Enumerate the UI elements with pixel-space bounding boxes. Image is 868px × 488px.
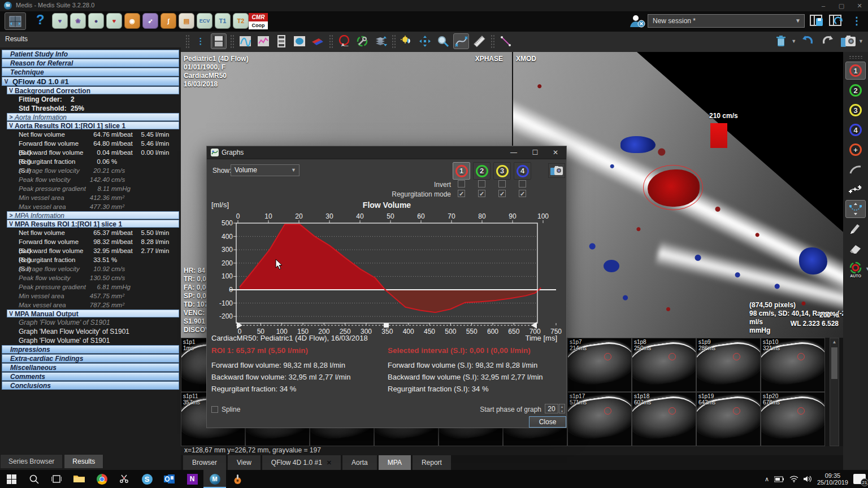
invert-checkbox-4[interactable] xyxy=(519,180,526,188)
expand-icon[interactable]: V xyxy=(7,220,15,227)
expand-icon[interactable]: V xyxy=(2,77,10,85)
sidebar-tab-series-browser[interactable]: Series Browser xyxy=(0,454,63,469)
brush-tool-icon[interactable] xyxy=(845,220,866,238)
graph-entry[interactable]: Graph 'Flow Volume' of S1901 xyxy=(0,318,181,327)
flow-volume-chart[interactable]: 5004003002001000-100-2000102030405060708… xyxy=(207,207,567,338)
graph-roi-button-4[interactable]: 4 xyxy=(514,162,531,180)
notifications-icon[interactable]: 21 xyxy=(853,474,866,484)
chevron-down-icon[interactable]: ▼ xyxy=(791,38,796,44)
results-section-qflow-4d-1-0-1[interactable]: VQFlow 4D 1.0 #1 xyxy=(2,77,179,86)
results-section-conclusions[interactable]: Conclusions xyxy=(2,381,179,390)
results-section-miscellaneous[interactable]: Miscellaneous xyxy=(2,363,179,372)
thumbnail-s1p17[interactable]: s1p17571ms xyxy=(567,392,632,446)
film-layout-icon[interactable] xyxy=(211,33,227,49)
dialog-maximize-button[interactable]: ☐ xyxy=(526,146,545,159)
results-subsection-mpa-results-roi-1-roi-1-slice-1[interactable]: VMPA Results ROI 1:[ROI 1] slice 1 xyxy=(7,220,179,228)
invert-checkbox-1[interactable] xyxy=(458,180,465,188)
ruler-icon[interactable] xyxy=(471,33,487,49)
graph-roi-button-2[interactable]: 2 xyxy=(473,162,491,180)
app-tile-3[interactable]: ● xyxy=(88,13,104,29)
toolbar-overflow-icon[interactable]: ⋮ xyxy=(849,14,865,28)
roi-button-1[interactable]: 1 xyxy=(845,62,866,80)
roi-button-3[interactable]: 3 xyxy=(845,101,866,119)
app-tile-10[interactable]: T1 xyxy=(215,13,231,29)
tab-view[interactable]: View xyxy=(228,455,261,470)
wifi-icon[interactable] xyxy=(789,476,798,482)
app-tile-2[interactable]: ❀ xyxy=(70,13,86,29)
help-icon[interactable]: ? xyxy=(36,12,45,28)
reset-layout-button[interactable] xyxy=(828,14,844,28)
expand-icon[interactable]: > xyxy=(7,114,15,120)
scroll-up-icon[interactable]: ▲ xyxy=(830,338,839,346)
media-app-taskbar-icon[interactable] xyxy=(226,470,249,488)
window-level-icon[interactable] xyxy=(399,33,415,49)
snapshot-button[interactable] xyxy=(840,33,856,49)
thumbnail-s1p8[interactable]: s1p8250ms xyxy=(632,338,696,392)
results-subsection-background-correction[interactable]: VBackground Correction xyxy=(7,86,179,94)
tab-aorta[interactable]: Aorta xyxy=(342,455,377,470)
thumbnail-s1p20[interactable]: s1p20678ms xyxy=(761,392,825,446)
tab-report[interactable]: Report xyxy=(413,455,451,470)
start-taskbar-icon[interactable] xyxy=(0,470,23,488)
overflow-menu-icon[interactable]: ⋮ xyxy=(193,33,209,49)
line-chart-icon[interactable] xyxy=(255,33,271,49)
layout-button[interactable] xyxy=(5,12,26,30)
regurgitation-checkbox-4[interactable]: ✓ xyxy=(519,190,526,197)
tray-chevron-icon[interactable]: ∧ xyxy=(765,476,769,483)
graph-roi-button-3[interactable]: 3 xyxy=(493,162,511,180)
app-tile-1[interactable]: ♥ xyxy=(52,13,68,29)
results-section-extra-cardiac-findings[interactable]: Extra-cardiac Findings xyxy=(2,354,179,363)
expand-icon[interactable]: V xyxy=(7,87,15,94)
results-subsection-aorta-results-roi-1-roi-1-slice-1[interactable]: VAorta Results ROI 1:[ROI 1] slice 1 xyxy=(7,121,179,129)
tab-close-icon[interactable]: ✕ xyxy=(327,456,332,470)
scrollbar-thumb[interactable] xyxy=(831,347,837,379)
flow-overlay-icon[interactable] xyxy=(310,33,326,49)
thumbnail-s1p10[interactable]: s1p10321ms xyxy=(761,338,825,392)
speaker-icon[interactable] xyxy=(804,476,812,482)
file-explorer-taskbar-icon[interactable] xyxy=(68,470,90,488)
window-minimize-button[interactable]: – xyxy=(815,0,832,11)
chevron-down-icon[interactable]: ▼ xyxy=(865,266,868,272)
filmstrip-icon[interactable] xyxy=(274,33,289,49)
eraser-tool-icon[interactable] xyxy=(845,239,866,258)
onenote-taskbar-icon[interactable]: N xyxy=(181,470,203,488)
invert-checkbox-2[interactable] xyxy=(478,180,485,188)
expand-icon[interactable]: V xyxy=(7,310,15,317)
thumbnail-s1p19[interactable]: s1p19642ms xyxy=(696,392,761,446)
show-select[interactable]: Volume ▼ xyxy=(231,164,300,176)
regurgitation-checkbox-2[interactable]: ✓ xyxy=(478,190,485,197)
results-subsection-aorta-information[interactable]: >Aorta Information xyxy=(7,113,179,121)
contour-nudge-tool-icon[interactable] xyxy=(845,200,866,218)
arc-tool-icon[interactable] xyxy=(845,160,866,178)
roi-button-2[interactable]: 2 xyxy=(845,81,866,99)
outlook-taskbar-icon[interactable] xyxy=(158,470,181,488)
graphs-dialog-titlebar[interactable]: Graphs — ☐ ✕ xyxy=(207,146,566,159)
ellipse-tool-icon[interactable] xyxy=(292,33,307,49)
snipping-tool-taskbar-icon[interactable] xyxy=(113,470,136,488)
expand-icon[interactable]: > xyxy=(7,212,15,219)
window-maximize-button[interactable]: ▢ xyxy=(833,0,850,11)
spline-checkbox[interactable] xyxy=(211,406,218,413)
app-tile-4[interactable]: ♥ xyxy=(106,13,122,29)
app-tile-5[interactable]: ◉ xyxy=(124,13,140,29)
session-select[interactable]: New session * ▼ xyxy=(648,14,805,28)
delete-button[interactable] xyxy=(773,33,789,49)
magnifier-icon[interactable] xyxy=(435,33,451,49)
chevron-down-icon[interactable]: ▼ xyxy=(858,38,863,44)
search-taskbar-icon[interactable] xyxy=(23,470,45,488)
results-section-reason-for-referral[interactable]: Reason for Referral xyxy=(2,59,179,67)
auto-contour-icon[interactable]: AUTO▼ xyxy=(845,259,866,277)
layers-icon[interactable] xyxy=(372,33,388,49)
regurgitation-checkbox-1[interactable]: ✓ xyxy=(458,190,465,197)
window-close-button[interactable]: ✕ xyxy=(851,0,868,11)
tab-mpa[interactable]: MPA xyxy=(379,455,411,470)
annotation-a-icon[interactable]: A... xyxy=(336,33,352,49)
thumbnail-s1p18[interactable]: s1p18607ms xyxy=(632,392,696,446)
medis-taskbar-icon[interactable]: M xyxy=(203,470,226,488)
dialog-minimize-button[interactable]: — xyxy=(504,146,523,159)
results-subsection-mpa-manual-output[interactable]: VMPA Manual Output xyxy=(7,310,179,317)
invert-checkbox-3[interactable] xyxy=(498,180,506,188)
taskbar-clock[interactable]: 09:35 25/10/2019 xyxy=(817,472,848,486)
roi-button-+[interactable]: + xyxy=(845,141,866,159)
graph-entry[interactable]: Graph 'Flow Volume' of S1901 xyxy=(0,336,181,345)
